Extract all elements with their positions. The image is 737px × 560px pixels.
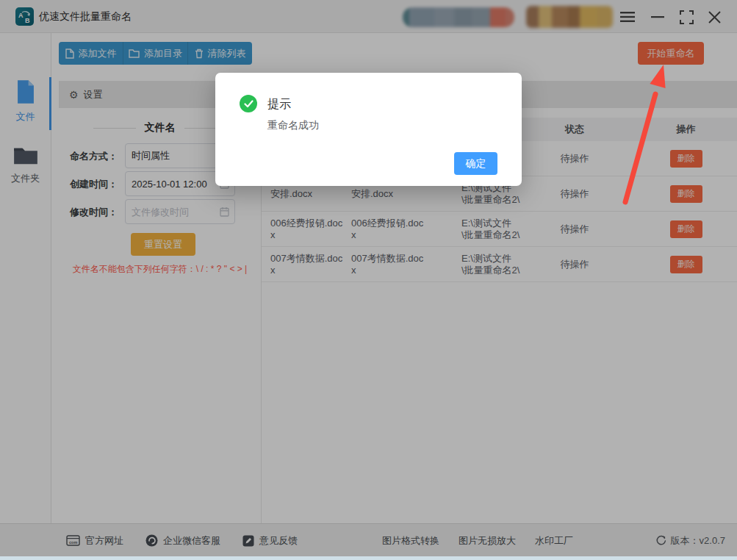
dialog-message: 重命名成功 — [267, 119, 319, 132]
success-dialog: 提示 重命名成功 确定 — [215, 73, 522, 186]
dialog-ok-button[interactable]: 确定 — [454, 152, 497, 175]
app-window: A B 优速文件批量重命名 — [0, 0, 737, 560]
window-bottom-edge — [0, 556, 737, 560]
dialog-title: 提示 — [267, 97, 291, 112]
success-check-icon — [240, 95, 257, 112]
